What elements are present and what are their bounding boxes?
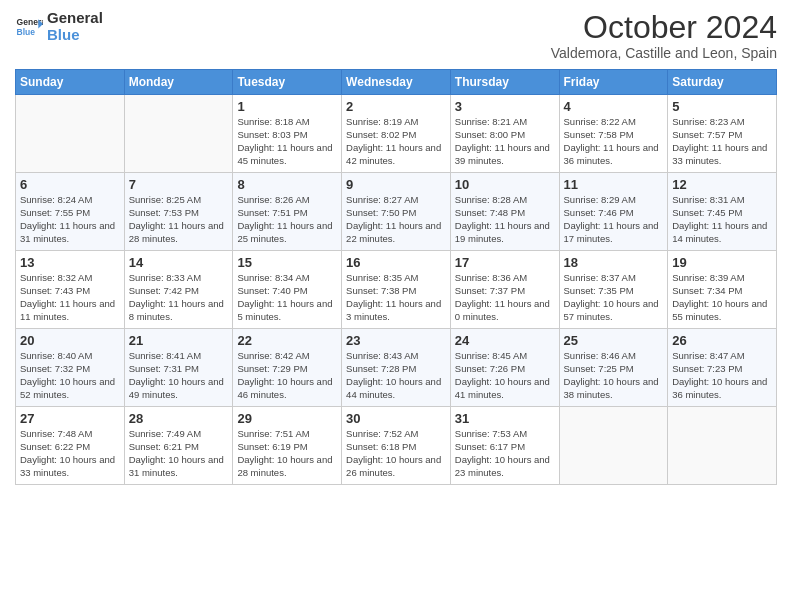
calendar-cell: 1Sunrise: 8:18 AM Sunset: 8:03 PM Daylig… bbox=[233, 95, 342, 173]
cell-text: Sunrise: 8:36 AM Sunset: 7:37 PM Dayligh… bbox=[455, 272, 555, 323]
calendar-cell: 8Sunrise: 8:26 AM Sunset: 7:51 PM Daylig… bbox=[233, 173, 342, 251]
cell-text: Sunrise: 8:18 AM Sunset: 8:03 PM Dayligh… bbox=[237, 116, 337, 167]
day-number: 27 bbox=[20, 411, 120, 426]
dow-header-friday: Friday bbox=[559, 70, 668, 95]
day-number: 19 bbox=[672, 255, 772, 270]
day-number: 10 bbox=[455, 177, 555, 192]
cell-text: Sunrise: 8:27 AM Sunset: 7:50 PM Dayligh… bbox=[346, 194, 446, 245]
day-number: 4 bbox=[564, 99, 664, 114]
dow-header-saturday: Saturday bbox=[668, 70, 777, 95]
day-number: 28 bbox=[129, 411, 229, 426]
calendar-cell: 3Sunrise: 8:21 AM Sunset: 8:00 PM Daylig… bbox=[450, 95, 559, 173]
day-number: 9 bbox=[346, 177, 446, 192]
location-title: Valdemora, Castille and Leon, Spain bbox=[551, 45, 777, 61]
day-number: 15 bbox=[237, 255, 337, 270]
calendar-cell bbox=[124, 95, 233, 173]
calendar-table: SundayMondayTuesdayWednesdayThursdayFrid… bbox=[15, 69, 777, 485]
calendar-cell: 18Sunrise: 8:37 AM Sunset: 7:35 PM Dayli… bbox=[559, 251, 668, 329]
dow-header-thursday: Thursday bbox=[450, 70, 559, 95]
cell-text: Sunrise: 8:42 AM Sunset: 7:29 PM Dayligh… bbox=[237, 350, 337, 401]
week-row-3: 13Sunrise: 8:32 AM Sunset: 7:43 PM Dayli… bbox=[16, 251, 777, 329]
day-number: 22 bbox=[237, 333, 337, 348]
day-number: 11 bbox=[564, 177, 664, 192]
calendar-cell: 30Sunrise: 7:52 AM Sunset: 6:18 PM Dayli… bbox=[342, 407, 451, 485]
day-number: 2 bbox=[346, 99, 446, 114]
day-number: 25 bbox=[564, 333, 664, 348]
calendar-cell: 23Sunrise: 8:43 AM Sunset: 7:28 PM Dayli… bbox=[342, 329, 451, 407]
cell-text: Sunrise: 7:51 AM Sunset: 6:19 PM Dayligh… bbox=[237, 428, 337, 479]
cell-text: Sunrise: 8:46 AM Sunset: 7:25 PM Dayligh… bbox=[564, 350, 664, 401]
svg-text:Blue: Blue bbox=[17, 26, 36, 36]
page: General Blue General Blue October 2024 V… bbox=[0, 0, 792, 612]
day-of-week-row: SundayMondayTuesdayWednesdayThursdayFrid… bbox=[16, 70, 777, 95]
cell-text: Sunrise: 8:37 AM Sunset: 7:35 PM Dayligh… bbox=[564, 272, 664, 323]
header: General Blue General Blue October 2024 V… bbox=[15, 10, 777, 61]
day-number: 16 bbox=[346, 255, 446, 270]
day-number: 5 bbox=[672, 99, 772, 114]
calendar-cell: 22Sunrise: 8:42 AM Sunset: 7:29 PM Dayli… bbox=[233, 329, 342, 407]
calendar-cell: 26Sunrise: 8:47 AM Sunset: 7:23 PM Dayli… bbox=[668, 329, 777, 407]
day-number: 3 bbox=[455, 99, 555, 114]
week-row-1: 1Sunrise: 8:18 AM Sunset: 8:03 PM Daylig… bbox=[16, 95, 777, 173]
cell-text: Sunrise: 8:22 AM Sunset: 7:58 PM Dayligh… bbox=[564, 116, 664, 167]
cell-text: Sunrise: 7:49 AM Sunset: 6:21 PM Dayligh… bbox=[129, 428, 229, 479]
calendar-cell bbox=[559, 407, 668, 485]
day-number: 8 bbox=[237, 177, 337, 192]
dow-header-wednesday: Wednesday bbox=[342, 70, 451, 95]
title-block: October 2024 Valdemora, Castille and Leo… bbox=[551, 10, 777, 61]
day-number: 31 bbox=[455, 411, 555, 426]
cell-text: Sunrise: 8:31 AM Sunset: 7:45 PM Dayligh… bbox=[672, 194, 772, 245]
calendar-cell: 4Sunrise: 8:22 AM Sunset: 7:58 PM Daylig… bbox=[559, 95, 668, 173]
cell-text: Sunrise: 7:53 AM Sunset: 6:17 PM Dayligh… bbox=[455, 428, 555, 479]
calendar-cell: 31Sunrise: 7:53 AM Sunset: 6:17 PM Dayli… bbox=[450, 407, 559, 485]
day-number: 21 bbox=[129, 333, 229, 348]
week-row-5: 27Sunrise: 7:48 AM Sunset: 6:22 PM Dayli… bbox=[16, 407, 777, 485]
calendar-cell: 15Sunrise: 8:34 AM Sunset: 7:40 PM Dayli… bbox=[233, 251, 342, 329]
calendar-cell: 10Sunrise: 8:28 AM Sunset: 7:48 PM Dayli… bbox=[450, 173, 559, 251]
day-number: 6 bbox=[20, 177, 120, 192]
cell-text: Sunrise: 8:47 AM Sunset: 7:23 PM Dayligh… bbox=[672, 350, 772, 401]
day-number: 1 bbox=[237, 99, 337, 114]
day-number: 12 bbox=[672, 177, 772, 192]
calendar-cell: 25Sunrise: 8:46 AM Sunset: 7:25 PM Dayli… bbox=[559, 329, 668, 407]
cell-text: Sunrise: 8:41 AM Sunset: 7:31 PM Dayligh… bbox=[129, 350, 229, 401]
calendar-cell: 24Sunrise: 8:45 AM Sunset: 7:26 PM Dayli… bbox=[450, 329, 559, 407]
dow-header-sunday: Sunday bbox=[16, 70, 125, 95]
calendar-cell: 11Sunrise: 8:29 AM Sunset: 7:46 PM Dayli… bbox=[559, 173, 668, 251]
week-row-2: 6Sunrise: 8:24 AM Sunset: 7:55 PM Daylig… bbox=[16, 173, 777, 251]
calendar-cell bbox=[16, 95, 125, 173]
cell-text: Sunrise: 8:26 AM Sunset: 7:51 PM Dayligh… bbox=[237, 194, 337, 245]
cell-text: Sunrise: 8:21 AM Sunset: 8:00 PM Dayligh… bbox=[455, 116, 555, 167]
cell-text: Sunrise: 8:32 AM Sunset: 7:43 PM Dayligh… bbox=[20, 272, 120, 323]
day-number: 18 bbox=[564, 255, 664, 270]
day-number: 29 bbox=[237, 411, 337, 426]
cell-text: Sunrise: 8:39 AM Sunset: 7:34 PM Dayligh… bbox=[672, 272, 772, 323]
calendar-body: 1Sunrise: 8:18 AM Sunset: 8:03 PM Daylig… bbox=[16, 95, 777, 485]
cell-text: Sunrise: 8:19 AM Sunset: 8:02 PM Dayligh… bbox=[346, 116, 446, 167]
cell-text: Sunrise: 8:43 AM Sunset: 7:28 PM Dayligh… bbox=[346, 350, 446, 401]
calendar-cell: 21Sunrise: 8:41 AM Sunset: 7:31 PM Dayli… bbox=[124, 329, 233, 407]
day-number: 20 bbox=[20, 333, 120, 348]
calendar-cell: 28Sunrise: 7:49 AM Sunset: 6:21 PM Dayli… bbox=[124, 407, 233, 485]
calendar-cell: 27Sunrise: 7:48 AM Sunset: 6:22 PM Dayli… bbox=[16, 407, 125, 485]
calendar-cell: 14Sunrise: 8:33 AM Sunset: 7:42 PM Dayli… bbox=[124, 251, 233, 329]
cell-text: Sunrise: 8:23 AM Sunset: 7:57 PM Dayligh… bbox=[672, 116, 772, 167]
cell-text: Sunrise: 7:52 AM Sunset: 6:18 PM Dayligh… bbox=[346, 428, 446, 479]
calendar-cell: 6Sunrise: 8:24 AM Sunset: 7:55 PM Daylig… bbox=[16, 173, 125, 251]
day-number: 23 bbox=[346, 333, 446, 348]
logo-wordmark: General Blue bbox=[47, 10, 103, 43]
calendar-cell: 9Sunrise: 8:27 AM Sunset: 7:50 PM Daylig… bbox=[342, 173, 451, 251]
cell-text: Sunrise: 8:29 AM Sunset: 7:46 PM Dayligh… bbox=[564, 194, 664, 245]
cell-text: Sunrise: 8:35 AM Sunset: 7:38 PM Dayligh… bbox=[346, 272, 446, 323]
cell-text: Sunrise: 7:48 AM Sunset: 6:22 PM Dayligh… bbox=[20, 428, 120, 479]
day-number: 13 bbox=[20, 255, 120, 270]
day-number: 14 bbox=[129, 255, 229, 270]
day-number: 26 bbox=[672, 333, 772, 348]
calendar-cell: 7Sunrise: 8:25 AM Sunset: 7:53 PM Daylig… bbox=[124, 173, 233, 251]
dow-header-monday: Monday bbox=[124, 70, 233, 95]
dow-header-tuesday: Tuesday bbox=[233, 70, 342, 95]
cell-text: Sunrise: 8:24 AM Sunset: 7:55 PM Dayligh… bbox=[20, 194, 120, 245]
calendar-cell: 29Sunrise: 7:51 AM Sunset: 6:19 PM Dayli… bbox=[233, 407, 342, 485]
cell-text: Sunrise: 8:40 AM Sunset: 7:32 PM Dayligh… bbox=[20, 350, 120, 401]
day-number: 30 bbox=[346, 411, 446, 426]
